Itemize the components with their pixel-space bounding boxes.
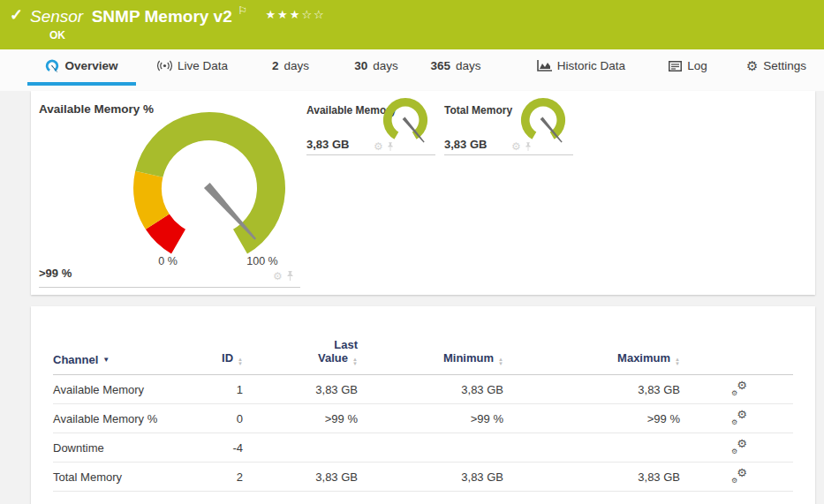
chart-icon <box>537 60 552 71</box>
channel-settings-icon[interactable]: ⚙⚙ <box>731 469 747 483</box>
status-check-icon: ✓ <box>10 5 23 25</box>
tab-label: days <box>456 59 481 72</box>
channel-name[interactable]: Available Memory <box>53 375 181 404</box>
tab-label: days <box>373 59 398 72</box>
sort-icon: ▲▼ <box>675 357 680 366</box>
gauges-panel: Available Memory % 0 % 100 % >99 % ⚙ Ava… <box>31 91 815 295</box>
object-kind-label: Sensor <box>30 7 83 26</box>
tab-log[interactable]: Log <box>662 49 714 86</box>
tab-settings[interactable]: ⚙ Settings <box>745 49 808 86</box>
table-row: Downtime -4 ⚙⚙ <box>53 433 793 463</box>
tab-label: Log <box>687 59 707 72</box>
tab-overview[interactable]: Overview <box>27 49 136 86</box>
sort-icon: ▲▼ <box>352 357 358 366</box>
channel-minimum: >99 % <box>358 404 503 433</box>
tab-label: Historic Data <box>557 59 625 72</box>
gauge-min-label: 0 % <box>150 255 185 267</box>
channel-name[interactable]: Downtime <box>53 433 181 463</box>
column-header-last-value[interactable]: Last Value▲▼ <box>243 338 358 375</box>
channel-last-value: 3,83 GB <box>243 463 358 492</box>
channel-minimum: 3,83 GB <box>358 463 503 492</box>
page-title: SNMP Memory v2 <box>92 7 232 26</box>
table-row: Total Memory 2 3,83 GB 3,83 GB 3,83 GB ⚙… <box>53 463 793 492</box>
gauge-value: 3,83 GB <box>306 138 349 151</box>
gauge-max-label: 100 % <box>241 255 283 267</box>
pin-icon[interactable] <box>525 142 532 152</box>
tab-label: Live Data <box>178 59 228 72</box>
tab-historic-data[interactable]: Historic Data <box>533 49 630 86</box>
channels-panel: Channel▼ ID▲▼ Last Value▲▼ Minimum▲▼ Max… <box>31 306 815 504</box>
gear-icon: ⚙ <box>746 59 758 72</box>
mini-gauge-available-memory: Available Memory 3,83 GB ⚙ <box>306 102 435 155</box>
mini-gauge <box>519 96 567 146</box>
channel-minimum: 3,83 GB <box>358 375 503 404</box>
tab-2-days[interactable]: 2 days <box>263 49 318 86</box>
channel-last-value <box>243 433 358 463</box>
tab-bar: Overview Live Data 2 days 30 days 365 <box>0 49 824 91</box>
pin-icon[interactable] <box>286 271 294 282</box>
tab-30-days[interactable]: 30 days <box>347 49 405 86</box>
mini-gauge-total-memory: Total Memory 3,83 GB ⚙ <box>444 102 573 155</box>
main-gauge-block: Available Memory % 0 % 100 % >99 % ⚙ <box>31 91 305 295</box>
tab-label: days <box>283 59 309 72</box>
pin-icon[interactable] <box>387 142 394 152</box>
prtg-sensor-page: ✓ Sensor SNMP Memory v2 ⚐ ★★★☆☆ OK Overv… <box>0 0 824 504</box>
column-header-maximum[interactable]: Maximum▲▼ <box>503 338 680 375</box>
channel-name[interactable]: Total Memory <box>53 463 181 492</box>
table-row: Available Memory 1 3,83 GB 3,83 GB 3,83 … <box>53 375 793 404</box>
channel-id: 2 <box>181 463 243 492</box>
divider <box>39 287 300 288</box>
channel-settings-icon[interactable]: ⚙⚙ <box>731 381 747 395</box>
tab-number: 30 <box>354 59 367 72</box>
channel-id: 0 <box>181 404 243 433</box>
log-icon <box>669 61 682 71</box>
tab-label: Settings <box>763 59 806 72</box>
channel-last-value: 3,83 GB <box>243 375 358 404</box>
gauge-value: >99 % <box>39 267 72 280</box>
tab-label: Overview <box>64 59 117 72</box>
tab-live-data[interactable]: Live Data <box>148 49 237 86</box>
gauge-toolbar: ⚙ <box>374 141 394 152</box>
channel-id: -4 <box>181 433 243 463</box>
flag-icon[interactable]: ⚐ <box>238 4 247 17</box>
channel-minimum <box>358 433 503 463</box>
sort-icon: ▲▼ <box>238 357 243 366</box>
table-row: Available Memory % 0 >99 % >99 % >99 % ⚙… <box>53 404 793 433</box>
gauge-toolbar: ⚙ <box>273 271 294 282</box>
status-badge: OK <box>49 29 65 41</box>
gear-icon[interactable]: ⚙ <box>273 271 283 282</box>
percent-gauge <box>130 109 289 259</box>
column-header-id[interactable]: ID▲▼ <box>181 338 243 375</box>
channels-table: Channel▼ ID▲▼ Last Value▲▼ Minimum▲▼ Max… <box>53 338 793 492</box>
channel-settings-icon[interactable]: ⚙⚙ <box>731 440 747 454</box>
tab-number: 2 <box>272 59 279 72</box>
tab-365-days[interactable]: 365 days <box>424 49 488 86</box>
channel-id: 1 <box>181 375 243 404</box>
live-icon <box>157 60 172 71</box>
channel-name[interactable]: Available Memory % <box>53 404 181 433</box>
gear-icon[interactable]: ⚙ <box>374 141 383 152</box>
sort-icon: ▲▼ <box>498 357 503 366</box>
priority-stars[interactable]: ★★★☆☆ <box>265 8 325 21</box>
gauge-icon <box>45 59 59 73</box>
channel-maximum: >99 % <box>503 404 680 433</box>
channel-maximum: 3,83 GB <box>503 375 680 404</box>
gear-icon[interactable]: ⚙ <box>511 141 521 152</box>
channel-last-value: >99 % <box>243 404 358 433</box>
gauge-toolbar: ⚙ <box>511 141 532 152</box>
channel-settings-icon[interactable]: ⚙⚙ <box>731 410 747 425</box>
mini-gauge <box>382 96 429 146</box>
column-header-channel[interactable]: Channel▼ <box>53 338 181 375</box>
tab-number: 365 <box>430 59 450 72</box>
column-header-settings <box>680 338 793 375</box>
channel-maximum <box>503 433 680 463</box>
gauge-value: 3,83 GB <box>444 138 487 151</box>
sort-caret-icon: ▼ <box>102 356 110 364</box>
channel-maximum: 3,83 GB <box>503 463 680 492</box>
gauge-title: Total Memory <box>444 104 512 117</box>
sensor-header: ✓ Sensor SNMP Memory v2 ⚐ ★★★☆☆ OK <box>0 0 824 49</box>
column-header-minimum[interactable]: Minimum▲▼ <box>358 338 503 375</box>
